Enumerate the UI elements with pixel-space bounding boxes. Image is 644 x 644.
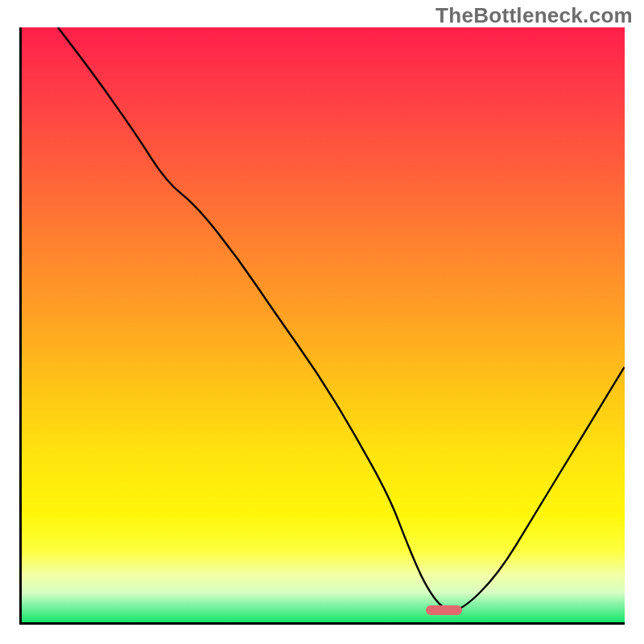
plot-inner: [22, 27, 625, 622]
watermark-text: TheBottleneck.com: [436, 3, 633, 28]
plot-axes: [19, 27, 625, 625]
bottleneck-curve-path: [58, 27, 625, 610]
optimal-region-marker: [426, 605, 462, 615]
chart-container: TheBottleneck.com: [0, 0, 644, 644]
bottleneck-curve: [22, 27, 625, 622]
